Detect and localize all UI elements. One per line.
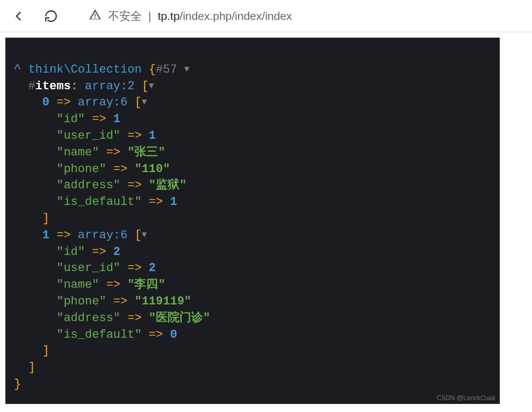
triangle-down-icon[interactable]: ▼ (149, 80, 154, 92)
caret-toggle[interactable]: ^ (14, 63, 21, 76)
field-key: "phone" (56, 162, 106, 176)
var-dump-panel: ^ think\Collection {#57 ▼ #items: array:… (5, 38, 500, 404)
field-value: "监狱" (149, 179, 186, 192)
field-key: "phone" (56, 295, 106, 308)
field-value: 1 (113, 112, 120, 126)
field-key: "user_id" (56, 261, 120, 275)
field-key: "address" (56, 311, 120, 325)
field-key: "is_default" (56, 195, 141, 209)
url-text: tp.tp/index.php/index/index (157, 10, 292, 23)
field-value: "张三" (127, 146, 165, 159)
field-value: "119119" (134, 295, 191, 308)
bracket-close: ] (42, 212, 49, 225)
field-value: "李四" (127, 278, 165, 292)
field-key: "name" (56, 146, 99, 159)
field-key: "name" (56, 278, 99, 292)
field-value: "110" (134, 162, 170, 176)
bracket-close: ] (42, 344, 49, 358)
reload-button[interactable] (40, 5, 62, 27)
insecure-label: 不安全 (108, 9, 142, 24)
field-key: "user_id" (56, 129, 120, 143)
field-key: "is_default" (56, 328, 141, 342)
class-name: think\Collection (28, 63, 141, 76)
browser-toolbar: 不安全 | tp.tp/index.php/index/index (0, 0, 532, 32)
items-label: items (35, 80, 71, 93)
page-content: ^ think\Collection {#57 ▼ #items: array:… (0, 32, 532, 409)
field-value: 2 (149, 261, 156, 275)
field-value: 2 (113, 245, 120, 259)
items-type: array:2 (85, 80, 134, 93)
field-value: 0 (170, 328, 177, 342)
warning-icon (89, 8, 102, 24)
watermark-text: CSDN @LenckCuak (436, 394, 495, 403)
url-divider: | (148, 10, 151, 23)
field-value: 1 (170, 195, 177, 209)
bracket-close: ] (28, 361, 35, 374)
array-type: array:6 (78, 96, 127, 109)
brace-close: } (14, 378, 21, 391)
back-button[interactable] (8, 5, 30, 27)
triangle-down-icon[interactable]: ▼ (142, 229, 147, 241)
triangle-down-icon[interactable]: ▼ (142, 96, 147, 108)
field-key: "id" (56, 245, 85, 259)
brace-open: { (149, 63, 156, 76)
array-index: 0 (42, 96, 49, 109)
triangle-down-icon[interactable]: ▼ (184, 63, 190, 75)
field-key: "id" (56, 112, 85, 126)
array-type: array:6 (78, 229, 127, 242)
object-id: #57 (156, 63, 177, 76)
field-key: "address" (56, 179, 120, 192)
address-bar[interactable]: 不安全 | tp.tp/index.php/index/index (89, 8, 524, 24)
hash-prefix: # (28, 80, 35, 93)
field-value: 1 (149, 129, 156, 143)
array-index: 1 (42, 229, 49, 242)
field-value: "医院门诊" (149, 311, 210, 325)
